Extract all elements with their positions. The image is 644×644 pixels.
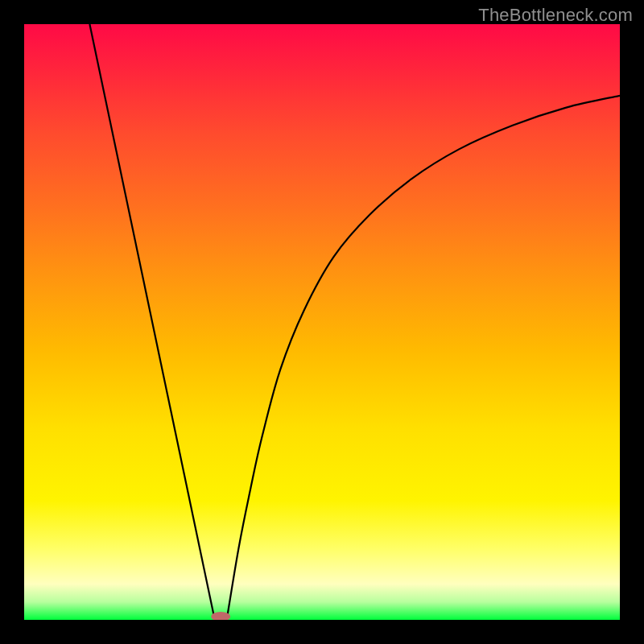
curve-left [89,24,214,620]
watermark-text: TheBottleneck.com [478,5,633,26]
chart-area [24,24,620,620]
chart-svg [24,24,620,620]
curve-right [227,96,620,620]
